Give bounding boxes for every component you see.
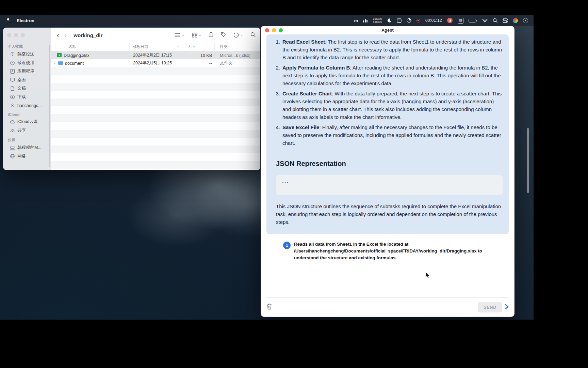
sidebar-item-label: 最近使用: [17, 60, 34, 66]
step-title: Create Scatter Chart: [282, 91, 332, 96]
plan-step-3: 3. Create Scatter Chart: With the data f…: [271, 90, 503, 121]
m-status-icon[interactable]: m: [354, 18, 358, 23]
close-window-button[interactable]: [265, 28, 269, 32]
sidebar-item-label: 网络: [17, 153, 26, 159]
plan-step-4: 4. Save Excel File: Finally, after makin…: [271, 123, 503, 147]
more-actions-button[interactable]: ⌄: [233, 32, 243, 38]
step-number: 4.: [271, 123, 280, 147]
wifi-icon[interactable]: [482, 18, 488, 22]
finder-window: 个人收藏 隔空投送 最近使用 应用程序 桌面 文稿: [3, 27, 261, 170]
sidebar-item-macbook[interactable]: 韩程程的M...: [5, 143, 49, 152]
sidebar-item-downloads[interactable]: 下载: [5, 93, 49, 101]
battery-icon[interactable]: [469, 19, 477, 22]
plan-step-2: 2. Apply Formula to Column B: After read…: [271, 64, 503, 87]
pie-progress-icon[interactable]: [407, 18, 411, 23]
file-row-document-folder[interactable]: › document 2024年2月5日 19:25 -- 文件夹: [51, 59, 260, 67]
agent-content: 1. Read Excel Sheet: The first step is t…: [261, 34, 514, 317]
sidebar-item-icloud-drive[interactable]: iCloud云盘: [5, 118, 49, 126]
file-kind: Micros...k (.xlsx): [215, 51, 260, 59]
control-center-icon[interactable]: [503, 18, 508, 23]
box-icon[interactable]: [397, 18, 402, 23]
trash-button[interactable]: [266, 303, 272, 311]
step-title: Save Excel File: [282, 124, 319, 130]
network-speed-indicator[interactable]: 21KB/s 13KB/s: [373, 17, 382, 24]
column-header-date[interactable]: 修改日期⌃: [130, 43, 182, 51]
sidebar-item-documents[interactable]: 文稿: [5, 84, 49, 93]
send-arrow-icon[interactable]: [505, 304, 509, 311]
agent-window-title: Agent: [261, 28, 514, 33]
search-button[interactable]: [250, 32, 256, 39]
sidebar-item-desktop[interactable]: 桌面: [5, 76, 49, 84]
sidebar-item-label: 文稿: [17, 86, 26, 91]
zoom-window-button[interactable]: [21, 33, 25, 37]
json-collapsed-box[interactable]: ...: [276, 175, 503, 195]
step-number: 2.: [271, 64, 280, 87]
sidebar-item-home[interactable]: hanchengc...: [5, 101, 49, 110]
zoom-window-button[interactable]: [279, 28, 283, 32]
spotlight-search-icon[interactable]: [493, 18, 497, 23]
input-method-icon[interactable]: 拼: [458, 18, 463, 24]
back-button[interactable]: ‹: [55, 32, 61, 39]
screen-scrollbar[interactable]: [527, 128, 529, 193]
minimize-window-button[interactable]: [14, 33, 18, 37]
upload-speed: 21KB/s: [373, 17, 382, 20]
file-size: --: [182, 59, 215, 67]
message-input-area[interactable]: [266, 273, 509, 297]
list-column-headers: 名称 修改日期⌃ 大小 种类: [51, 43, 260, 51]
share-button[interactable]: [209, 32, 213, 39]
subtask-description: Reads all data from Sheet1 in the Excel …: [294, 241, 490, 261]
menu-bar: Electron m 21KB/s 13KB/s 00:01:12 拼: [0, 15, 534, 26]
chevron-down-icon: ⌄: [182, 33, 184, 37]
record-indicator-icon[interactable]: [416, 19, 420, 22]
close-window-button[interactable]: [7, 33, 11, 37]
minimize-window-button[interactable]: [272, 28, 276, 32]
subtask-item: 1 Reads all data from Sheet1 in the Exce…: [283, 241, 509, 261]
folder-icon: [58, 60, 63, 66]
sidebar-item-label: iCloud云盘: [17, 119, 38, 125]
status-ring-icon[interactable]: [523, 18, 528, 23]
tags-button[interactable]: [221, 32, 226, 39]
file-kind: 文件夹: [215, 59, 260, 67]
group-by-button[interactable]: ⌄: [192, 33, 201, 37]
sidebar-item-label: hanchengc...: [17, 103, 42, 108]
moon-icon[interactable]: [387, 18, 392, 23]
subtask-number-badge: 1: [283, 242, 291, 249]
sidebar-item-network[interactable]: 网络: [5, 152, 49, 160]
chevron-down-icon: ⌄: [199, 33, 201, 37]
desktop-wallpaper: Electron m 21KB/s 13KB/s 00:01:12 拼: [0, 15, 534, 320]
sidebar-item-applications[interactable]: 应用程序: [5, 67, 49, 76]
file-date: 2024年2月2日 17:15: [130, 51, 182, 59]
finder-sidebar: 个人收藏 隔空投送 最近使用 应用程序 桌面 文稿: [3, 28, 51, 170]
sidebar-section-icloud: iCloud: [3, 110, 51, 118]
column-header-kind[interactable]: 种类: [215, 43, 260, 51]
stats-icon[interactable]: [363, 18, 368, 22]
agent-window: Agent 1. Read Excel Sheet: The first ste…: [261, 26, 514, 317]
view-options-button[interactable]: ⌄: [175, 33, 184, 37]
file-size: 10 KB: [182, 51, 215, 59]
file-name: Dragging.xlsx: [64, 53, 89, 58]
column-header-size[interactable]: 大小: [182, 43, 215, 51]
json-representation-heading: JSON Representation: [276, 160, 503, 168]
agent-window-controls[interactable]: [261, 28, 283, 32]
sidebar-item-label: 下载: [17, 94, 26, 100]
empty-list-stripes: [51, 67, 260, 170]
app-orb-icon[interactable]: [513, 18, 518, 23]
file-date: 2024年2月5日 19:25: [130, 59, 182, 67]
pause-badge-icon[interactable]: [447, 18, 453, 23]
send-button[interactable]: SEND: [478, 302, 502, 312]
finder-window-controls[interactable]: [3, 32, 51, 41]
excel-file-icon: X: [57, 52, 62, 59]
sidebar-item-shared[interactable]: 共享: [5, 126, 49, 135]
sidebar-item-airdrop[interactable]: 隔空投送: [5, 50, 49, 59]
column-header-name[interactable]: 名称: [51, 43, 130, 51]
forward-button[interactable]: ›: [63, 32, 68, 39]
sidebar-item-recents[interactable]: 最近使用: [5, 59, 49, 67]
file-row-dragging-xlsx[interactable]: X Dragging.xlsx 2024年2月2日 17:15 10 KB Mi…: [51, 51, 260, 59]
sidebar-scrollbar[interactable]: [49, 45, 50, 167]
sidebar-section-locations: 位置: [3, 135, 51, 143]
agent-titlebar: Agent: [261, 26, 514, 34]
sidebar-section-favorites: 个人收藏: [3, 41, 51, 50]
apple-menu-icon[interactable]: [5, 17, 11, 24]
active-app-name[interactable]: Electron: [17, 18, 34, 23]
disclosure-chevron-icon[interactable]: ›: [53, 62, 56, 65]
